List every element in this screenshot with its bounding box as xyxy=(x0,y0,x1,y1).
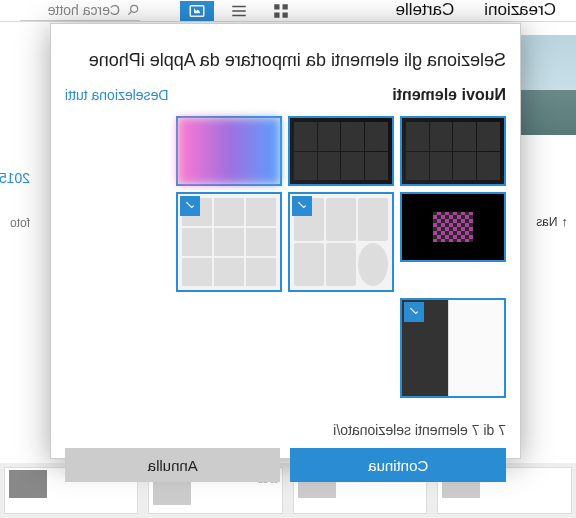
thumb-item[interactable] xyxy=(400,116,506,186)
import-dialog: Seleziona gli elementi da importare da A… xyxy=(50,23,521,459)
selection-status: 7 di 7 elementi selezionato/i xyxy=(65,422,506,438)
thumb-item[interactable] xyxy=(400,298,506,398)
date-heading: 2015 xyxy=(0,170,30,186)
search-input[interactable]: Cerca hotte xyxy=(20,2,140,21)
svg-rect-2 xyxy=(283,13,288,18)
svg-rect-5 xyxy=(232,10,246,12)
check-icon xyxy=(180,196,200,216)
check-icon xyxy=(292,196,312,216)
thumb-item[interactable] xyxy=(176,192,282,292)
hide-side-label[interactable]: ↑ Nas xyxy=(536,214,568,229)
thumb-item[interactable] xyxy=(288,116,394,186)
search-icon xyxy=(126,3,140,17)
svg-point-8 xyxy=(131,5,138,12)
import-icon[interactable] xyxy=(180,1,214,21)
thumb-item[interactable] xyxy=(400,192,506,262)
check-icon xyxy=(404,302,424,322)
cancel-button[interactable]: Annulla xyxy=(65,448,281,482)
thumb-item[interactable] xyxy=(176,116,282,186)
date-sub: foto xyxy=(0,216,30,230)
svg-rect-4 xyxy=(232,6,246,8)
tab-creations[interactable]: Creazioni xyxy=(484,0,556,20)
section-label: Nuovi elementi xyxy=(392,86,506,104)
dialog-title: Seleziona gli elementi da importare da A… xyxy=(65,48,506,72)
svg-rect-6 xyxy=(232,15,246,17)
svg-rect-0 xyxy=(283,4,288,9)
tab-folders[interactable]: Cartelle xyxy=(396,0,455,20)
view-list-icon[interactable] xyxy=(222,1,256,21)
svg-line-9 xyxy=(128,12,131,15)
view-grid-icon[interactable] xyxy=(264,1,298,21)
continue-button[interactable]: Continua xyxy=(291,448,507,482)
deselect-all-link[interactable]: Deseleziona tutti xyxy=(65,87,169,103)
thumb-item[interactable] xyxy=(288,192,394,292)
bg-photo xyxy=(521,35,576,135)
svg-rect-3 xyxy=(274,13,279,18)
svg-rect-1 xyxy=(274,4,279,9)
thumbnail-grid xyxy=(65,116,506,398)
